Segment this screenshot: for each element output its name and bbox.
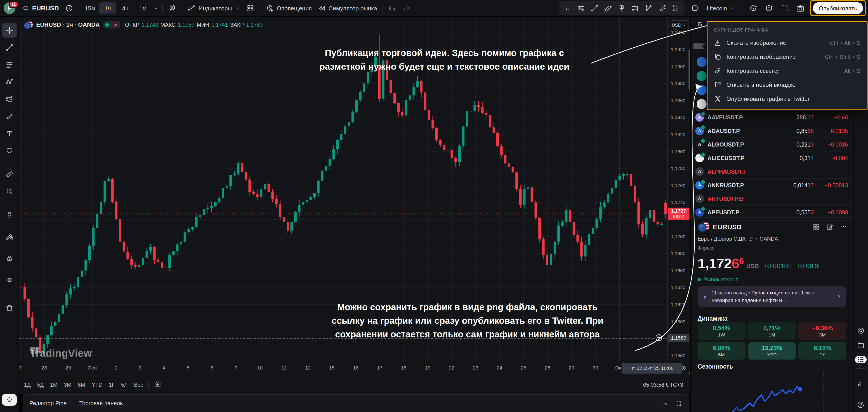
menu-item-external-link[interactable]: Открыть в новой вкладке — [708, 78, 867, 92]
range-button-6М[interactable]: 6М — [74, 380, 88, 390]
menu-item-copy-image[interactable]: Копировать изображениеCtrl + Shift + S — [708, 50, 867, 64]
tool-price-label[interactable] — [615, 2, 628, 14]
range-button-5Л[interactable]: 5Л — [118, 380, 131, 390]
panel-scrollbar[interactable] — [688, 50, 690, 90]
clock-utc[interactable]: 05:03:58 UTC+3 — [643, 381, 683, 388]
menu-item-download[interactable]: Скачать изображениеCtrl + Alt + S — [708, 36, 867, 50]
tab-pine-editor[interactable]: Редактор Pine — [29, 400, 67, 407]
watchlist-square-button[interactable] — [688, 2, 702, 14]
visibility-toggle[interactable]: ≈ — [103, 21, 120, 29]
watchlist-row[interactable]: *ALICEUSDT.P0,314−0,004 — [691, 151, 852, 165]
user-avatar[interactable]: F 11 — [4, 2, 16, 14]
tool-brush[interactable] — [2, 109, 17, 123]
range-button-3М[interactable]: 3М — [61, 380, 74, 390]
tool-ruler[interactable] — [2, 167, 17, 181]
alerts-button[interactable]: Оповещения — [263, 2, 315, 14]
redo-button[interactable] — [399, 2, 413, 14]
tool-grip[interactable] — [561, 2, 574, 14]
range-button-YTD[interactable]: YTD — [88, 380, 105, 390]
watchlist-row[interactable]: AANKRUSDT.P0,01417−0,00013 — [691, 178, 852, 192]
interval-button-1м[interactable]: 1м — [134, 2, 151, 14]
tool-zoom-in[interactable] — [2, 184, 17, 199]
refresh-replay-button[interactable] — [746, 2, 761, 14]
range-button-1Д[interactable]: 1Д — [21, 380, 34, 390]
strip-calendar-button[interactable] — [857, 342, 865, 350]
strip-news-feed-button[interactable] — [857, 379, 865, 387]
tool-magnet[interactable] — [2, 207, 17, 222]
snapshot-camera-button[interactable] — [793, 2, 808, 14]
undo-button[interactable] — [385, 2, 399, 14]
range-button-1Г[interactable]: 1Г — [105, 380, 118, 390]
symbol-search-button[interactable]: EURUSD — [19, 2, 62, 14]
interval-button-15м[interactable]: 15м — [81, 2, 98, 14]
axis-currency-toggle[interactable]: USD — [670, 20, 689, 29]
tool-draw-lock[interactable] — [2, 229, 17, 244]
grid-view-icon[interactable] — [812, 223, 820, 230]
symbol-description[interactable]: Евро / Доллар США — [698, 236, 745, 241]
tool-fib-retracement[interactable] — [2, 57, 17, 72]
interval-button-4ч[interactable]: 4ч — [117, 2, 134, 14]
tool-lock-all[interactable] — [2, 251, 17, 265]
interval-expand-button[interactable] — [151, 2, 160, 14]
perf-tile-1W[interactable]: 0,54%1W — [698, 322, 745, 340]
perf-tile-6M[interactable]: 6,08%6M — [698, 342, 745, 359]
perf-tile-YTD[interactable]: 13,23%YTD — [748, 342, 796, 359]
range-button-1М[interactable]: 1М — [47, 380, 61, 390]
tool-crosshair[interactable] — [2, 23, 17, 37]
layout-templates-button[interactable] — [243, 2, 258, 14]
tool-xabcd-pattern[interactable] — [2, 74, 17, 89]
tool-trend-line[interactable] — [2, 40, 17, 55]
tool-mixer[interactable] — [574, 2, 588, 14]
perf-tile-1M[interactable]: 0,71%1M — [748, 322, 796, 340]
menu-item-copy-link[interactable]: Копировать ссылкуAlt + S — [708, 64, 867, 78]
tool-hide-all[interactable] — [2, 272, 17, 287]
chart-plot-area[interactable]: EURUSD · 1ч · OANDA ≈ ОТКР1,1743МАКС1,17… — [19, 17, 667, 361]
apps-grid-button[interactable] — [855, 356, 867, 363]
indicators-button[interactable]: Индикаторы — [184, 2, 243, 14]
settings-button[interactable] — [762, 2, 776, 14]
add-symbol-button[interactable] — [62, 2, 76, 14]
menu-item-twitter-x[interactable]: Опубликовать график в Twitter — [708, 92, 867, 106]
strip-target-button[interactable] — [857, 326, 865, 335]
watchlist-row[interactable]: AAPEUSDT.P0,5553−0,0098 — [691, 205, 852, 217]
quick-symbol-button[interactable]: Litecoin — [704, 2, 738, 14]
tool-emoji-heart[interactable] — [2, 143, 17, 158]
tab-trading-panel[interactable]: Торговая панель — [79, 400, 123, 407]
price-axis[interactable]: USD 1,1727 56:02 1,1580 1,19401,19201,19… — [667, 17, 690, 361]
interval-button-1ч[interactable]: 1ч — [99, 2, 116, 14]
fullscreen-button[interactable] — [778, 2, 792, 14]
replay-button[interactable]: Симулятор рынка — [315, 2, 380, 14]
maximize-icon[interactable] — [675, 400, 682, 407]
legend-symbol[interactable]: EURUSD · 1ч · OANDA — [36, 21, 100, 28]
tool-fib-lines[interactable] — [669, 2, 683, 14]
favorites-star-button[interactable] — [2, 394, 17, 406]
tool-rectangle[interactable] — [628, 2, 642, 14]
edit-note-icon[interactable] — [826, 223, 834, 230]
watchlist-row[interactable]: AADAUSDT.P0,8568−0,0135 — [691, 124, 852, 138]
more-options-icon[interactable] — [839, 223, 847, 230]
time-axis[interactable]: чт 02 Окт '25 10:00 72829Сен234589101112… — [19, 361, 690, 375]
range-button-Все[interactable]: Все — [131, 380, 147, 390]
tool-text[interactable] — [2, 126, 17, 141]
tool-triangle-pattern[interactable] — [642, 2, 655, 14]
strip-help-button[interactable] — [857, 401, 865, 409]
publish-button[interactable]: Опубликовать — [813, 2, 863, 14]
zoom-plus-crosshair-icon[interactable] — [655, 333, 663, 342]
perf-tile-3M[interactable]: −0,30%3M — [799, 322, 846, 340]
chevron-up-icon[interactable] — [661, 400, 668, 407]
tool-projection[interactable] — [2, 91, 17, 106]
tool-cross-line[interactable] — [601, 2, 615, 14]
panel-collapse-handle[interactable]: › — [688, 367, 693, 378]
perf-tile-1Y[interactable]: 6,13%1Y — [799, 342, 846, 359]
watchlist-row[interactable]: AALGOUSDT.P0,2213−0,0036 — [691, 138, 852, 151]
tool-pitchfork[interactable] — [655, 2, 669, 14]
external-link-icon[interactable] — [748, 236, 753, 241]
chart-style-button[interactable] — [165, 2, 180, 14]
tool-trend-line[interactable] — [588, 2, 601, 14]
range-button-5Д[interactable]: 5Д — [34, 380, 47, 390]
watchlist-row[interactable]: AALPHAUSDT.I — [691, 165, 852, 178]
go-to-date-button[interactable] — [151, 378, 164, 391]
watchlist-row[interactable]: AAAVEUSDT.P288,17−0,60 — [691, 110, 852, 124]
tool-trash[interactable] — [2, 300, 17, 315]
news-headline[interactable]: 11 часов назад • Рубль сходил на пик 1 м… — [698, 286, 846, 307]
